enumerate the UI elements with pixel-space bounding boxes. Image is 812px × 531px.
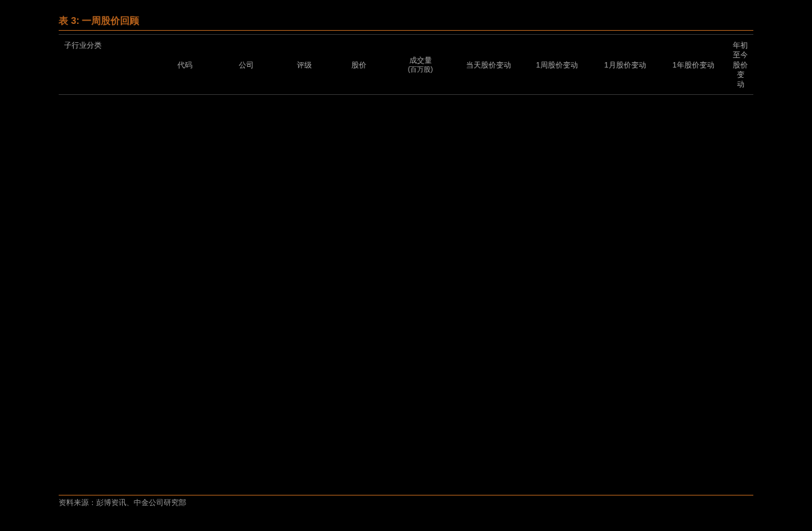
th-code: 代码 (154, 35, 216, 94)
table-header-row: 子行业分类 代码 公司 评级 股价 成交量 (百万股) 当天股价变动 1周股价变… (59, 34, 753, 95)
th-month-change: 1月股价变动 (591, 35, 659, 94)
th-company: 公司 (216, 35, 277, 94)
th-volume-line1: 成交量 (409, 55, 432, 65)
th-day-change: 当天股价变动 (454, 35, 523, 94)
th-volume: 成交量 (百万股) (386, 35, 454, 94)
title-divider (59, 30, 753, 31)
table-number-label: 表 3: (59, 15, 79, 27)
th-industry: 子行业分类 (59, 35, 154, 94)
table-title-text: 一周股价回顾 (82, 15, 139, 27)
th-ytd-line2: 动 (737, 79, 744, 89)
th-ytd-change: 年初至今股价变 动 (727, 35, 753, 94)
th-ytd-line1: 年初至今股价变 (730, 40, 751, 79)
th-year-change: 1年股价变动 (659, 35, 727, 94)
th-week-change: 1周股价变动 (523, 35, 591, 94)
table-title-row: 表 3: 一周股价回顾 (59, 15, 753, 27)
source-citation: 资料来源：彭博资讯、中金公司研究部 (59, 498, 186, 508)
th-volume-line2: (百万股) (408, 65, 433, 74)
footer-divider (59, 495, 753, 496)
th-price: 股价 (332, 35, 386, 94)
document-page: 表 3: 一周股价回顾 子行业分类 代码 公司 评级 股价 成交量 (百万股) … (0, 0, 812, 531)
th-rating: 评级 (277, 35, 332, 94)
